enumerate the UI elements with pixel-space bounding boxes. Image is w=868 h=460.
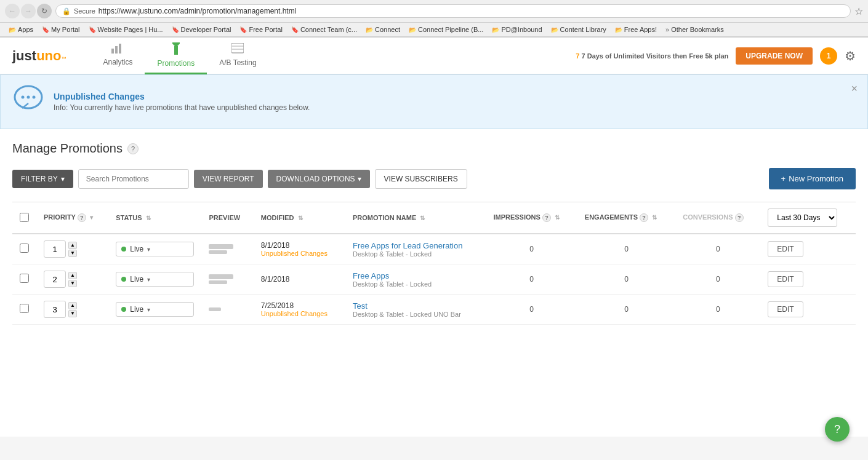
row3-promotion-name[interactable]: Test: [353, 301, 479, 311]
new-promotion-plus-icon: +: [781, 174, 786, 183]
star-icon[interactable]: ☆: [854, 6, 863, 17]
bookmark-content-library[interactable]: 📂 Content Library: [547, 25, 610, 34]
tab-ab-testing[interactable]: A/B Testing: [207, 38, 268, 74]
row2-priority-control: ▲ ▼: [44, 271, 101, 288]
row1-priority-up[interactable]: ▲: [68, 242, 77, 249]
row1-priority-control: ▲ ▼: [44, 240, 101, 258]
row2-modified-date: 8/1/2018: [261, 275, 338, 284]
main-content: Manage Promotions ? FILTER BY ▾ VIEW REP…: [0, 129, 868, 437]
row1-edit-button[interactable]: EDIT: [768, 241, 803, 257]
promotion-name-sort-icon[interactable]: ⇅: [420, 215, 425, 221]
reload-button[interactable]: ↻: [37, 4, 52, 18]
row3-edit-button[interactable]: EDIT: [768, 301, 803, 317]
row1-status-select[interactable]: Live ▾: [116, 242, 194, 256]
bookmark-free-apps[interactable]: 📂 Free Apps!: [611, 25, 661, 34]
row3-priority-cell: ▲ ▼: [36, 295, 108, 325]
notification-badge[interactable]: 1: [820, 47, 837, 65]
bookmark-apps[interactable]: 📂 Apps: [5, 25, 37, 34]
date-filter-select[interactable]: Last 30 Days Last 7 Days Last 90 Days: [768, 208, 837, 227]
row2-priority-arrows: ▲ ▼: [68, 272, 77, 287]
bookmark-free-portal[interactable]: 🔖 Free Portal: [236, 25, 286, 34]
row2-priority-cell: ▲ ▼: [36, 264, 108, 295]
impressions-help-icon[interactable]: ?: [542, 213, 551, 222]
back-button[interactable]: ←: [5, 4, 20, 18]
row1-modified-cell: 8/1/2018 Unpublished Changes: [254, 234, 345, 264]
impressions-sort-icon[interactable]: ⇅: [555, 214, 560, 221]
row3-priority-up[interactable]: ▲: [68, 302, 77, 309]
tab-analytics[interactable]: Analytics: [90, 38, 145, 74]
svg-rect-1: [115, 46, 118, 54]
row1-priority-down[interactable]: ▼: [68, 250, 77, 257]
conversions-help-icon[interactable]: ?: [735, 213, 744, 222]
float-help-button[interactable]: ?: [825, 417, 850, 437]
search-input[interactable]: [78, 169, 189, 189]
engagements-sort-icon[interactable]: ⇅: [652, 214, 657, 221]
row2-edit-cell: EDIT: [760, 264, 856, 295]
alert-close-button[interactable]: ×: [851, 82, 858, 95]
row3-name-cell: Test Desktop & Tablet - Locked UNO Bar: [345, 295, 486, 325]
row1-preview-image: [209, 244, 246, 254]
row1-promotion-name[interactable]: Free Apps for Lead Generation: [353, 241, 479, 250]
row2-status-select[interactable]: Live ▾: [116, 272, 194, 287]
row2-checkbox[interactable]: [20, 274, 29, 283]
row2-status-label: Live: [130, 275, 143, 284]
row3-preview-cell: [201, 295, 253, 325]
th-conversions-label: CONVERSIONS: [683, 213, 733, 221]
modified-sort-icon[interactable]: ⇅: [298, 215, 303, 221]
row1-preview-bar1: [209, 244, 233, 249]
row3-impressions-cell: 0: [486, 295, 577, 325]
row1-status-cell: Live ▾: [108, 234, 201, 264]
view-report-button[interactable]: VIEW REPORT: [194, 170, 263, 188]
row3-priority-input[interactable]: [44, 301, 66, 318]
bookmark-website-pages[interactable]: 🔖 Website Pages | Hu...: [85, 25, 167, 34]
row3-checkbox[interactable]: [20, 304, 29, 313]
priority-sort-icon[interactable]: ▾: [90, 214, 93, 221]
row1-priority-input[interactable]: [44, 240, 66, 258]
view-subscribers-button[interactable]: VIEW SUBSCRIBERS: [375, 169, 467, 189]
row3-status-dot: [121, 307, 126, 312]
freeapps-bookmark-icon: 📂: [615, 26, 622, 33]
filter-by-label: FILTER BY: [21, 175, 58, 183]
page-title-area: Manage Promotions ?: [12, 141, 856, 156]
address-bar[interactable]: 🔒 Secure https://www.justuno.com/admin/p…: [55, 4, 851, 18]
engagements-help-icon[interactable]: ?: [640, 213, 648, 222]
page-title: Manage Promotions: [12, 141, 123, 156]
status-sort-icon[interactable]: ⇅: [146, 215, 151, 221]
row3-priority-down[interactable]: ▼: [68, 310, 77, 317]
svg-rect-0: [111, 49, 114, 54]
row1-checkbox[interactable]: [20, 244, 29, 253]
row3-status-select[interactable]: Live ▾: [116, 302, 194, 317]
th-status: STATUS ⇅: [108, 202, 201, 234]
row1-name-cell: Free Apps for Lead Generation Desktop & …: [345, 234, 486, 264]
toolbar: FILTER BY ▾ VIEW REPORT DOWNLOAD OPTIONS…: [12, 168, 856, 189]
row2-edit-button[interactable]: EDIT: [768, 271, 803, 287]
page-title-help-icon[interactable]: ?: [127, 143, 139, 154]
row2-priority-input[interactable]: [44, 271, 66, 288]
tab-promotions[interactable]: Promotions: [145, 38, 207, 74]
bookmark-pd-inbound[interactable]: 📂 PD@Inbound: [488, 25, 545, 34]
browser-chrome: ← → ↻ 🔒 Secure https://www.justuno.com/a…: [0, 0, 868, 38]
select-all-checkbox[interactable]: [20, 213, 29, 222]
new-promotion-button[interactable]: + New Promotion: [769, 168, 856, 189]
row2-priority-down[interactable]: ▼: [68, 280, 77, 287]
priority-help-icon[interactable]: ?: [78, 213, 86, 222]
download-options-button[interactable]: DOWNLOAD OPTIONS ▾: [268, 170, 370, 188]
row2-priority-up[interactable]: ▲: [68, 272, 77, 279]
row2-promotion-name[interactable]: Free Apps: [353, 271, 479, 280]
upgrade-button[interactable]: UPGRADE NOW: [736, 47, 813, 65]
forward-button[interactable]: →: [21, 4, 36, 18]
settings-icon[interactable]: ⚙: [845, 49, 856, 63]
filter-by-button[interactable]: FILTER BY ▾: [12, 170, 73, 188]
row3-unpublished-label: Unpublished Changes: [261, 310, 338, 317]
browser-toolbar: ← → ↻ 🔒 Secure https://www.justuno.com/a…: [0, 0, 868, 23]
bookmark-more[interactable]: » Other Bookmarks: [662, 25, 728, 34]
bookmark-developer-portal[interactable]: 🔖 Developer Portal: [168, 25, 235, 34]
table-row: ▲ ▼ Live ▾: [12, 264, 856, 295]
bookmark-connect-team[interactable]: 🔖 Connect Team (c...: [287, 25, 361, 34]
bookmark-connect[interactable]: 📂 Connect: [362, 25, 404, 34]
bookmark-my-portal[interactable]: 🔖 My Portal: [38, 25, 83, 34]
row1-priority-arrows: ▲ ▼: [68, 242, 77, 257]
bookmark-connect-pipeline[interactable]: 📂 Connect Pipeline (B...: [405, 25, 487, 34]
logo[interactable]: justuno™: [12, 48, 66, 64]
alert-content: Unpublished Changes Info: You currently …: [54, 92, 310, 112]
